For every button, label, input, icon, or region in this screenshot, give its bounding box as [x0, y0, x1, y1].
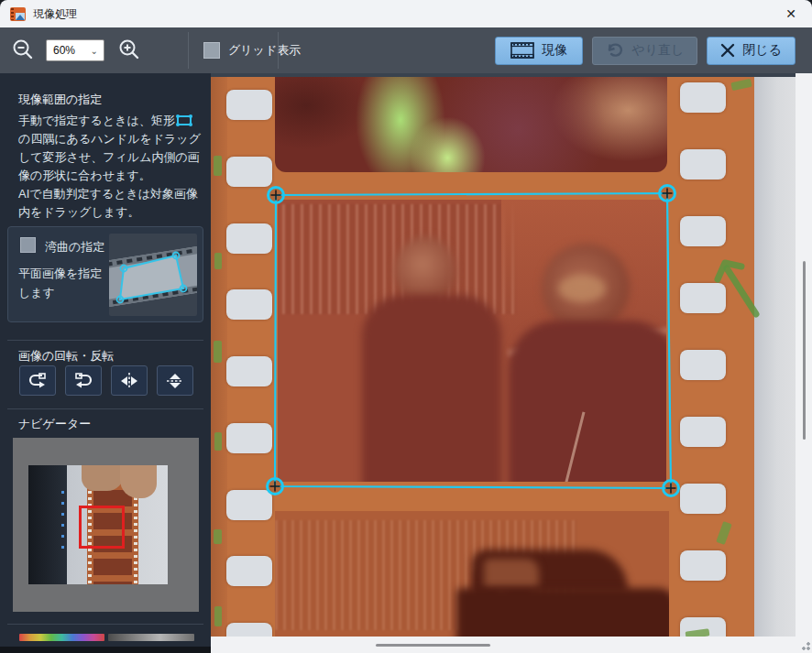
navigator-thumbnail [28, 465, 168, 584]
horizontal-scrollbar[interactable] [211, 637, 812, 653]
resize-grip[interactable] [799, 639, 810, 650]
navigator-finger [120, 465, 157, 498]
zoom-in-icon [117, 38, 141, 62]
close-button[interactable]: 閉じる [707, 37, 796, 65]
sidebar-bottom-edge [0, 647, 211, 653]
rotate-right-button[interactable] [65, 365, 102, 396]
rotate-left-icon [27, 372, 48, 390]
grid-display-label: グリッド表示 [228, 42, 301, 59]
selection-handle-bottom-left[interactable] [268, 479, 283, 495]
selection-rect-icon [177, 115, 192, 125]
sidebar: 現像範囲の指定 手動で指定するときは、矩形の四隅にあるハンドルをドラッグして変形… [0, 73, 211, 653]
redo-button[interactable]: やり直し [592, 37, 697, 65]
develop-dialog-window: 現像処理 ✕ 60% ⌄ グリッド表示 [0, 0, 812, 653]
selection-handle-top-left[interactable] [269, 188, 284, 203]
rotate-left-button[interactable] [19, 365, 56, 396]
range-section-title: 現像範囲の指定 [18, 92, 102, 108]
navigator-view-rect[interactable] [79, 506, 125, 549]
rotate-right-icon [73, 372, 93, 390]
window-title: 現像処理 [33, 6, 77, 22]
selection-handle-bottom-right[interactable] [664, 481, 679, 496]
film-frame-icon [510, 42, 534, 59]
grid-display-checkbox[interactable] [203, 42, 220, 59]
window-close-button[interactable]: ✕ [770, 0, 812, 27]
redo-button-label: やり直し [631, 42, 684, 59]
selection-handle-top-right[interactable] [660, 186, 675, 201]
zoom-out-button[interactable] [9, 37, 37, 64]
flip-horizontal-icon [119, 372, 139, 390]
navigator-panel[interactable] [13, 438, 199, 612]
separator [7, 624, 203, 625]
rotate-section-title: 画像の回転・反転 [18, 348, 114, 365]
zoom-level-value: 60% [53, 44, 75, 57]
gray-gradient-bar[interactable] [108, 634, 194, 641]
undo-arrow-icon [606, 42, 624, 59]
range-instructions: 手動で指定するときは、矩形の四隅にあるハンドルをドラッグして変形させ、フィルム内… [18, 112, 202, 222]
selection-overlay [211, 73, 812, 653]
curve-checkbox[interactable] [20, 237, 36, 253]
zoom-out-icon [11, 38, 35, 62]
zoom-in-button[interactable] [115, 37, 143, 64]
navigator-monitor-leds [61, 491, 64, 555]
curve-label: 湾曲の指定 [45, 239, 104, 256]
separator [7, 408, 203, 409]
separator [7, 340, 203, 341]
titlebar: 現像処理 ✕ [0, 0, 812, 27]
hue-gradient-bar[interactable] [19, 634, 104, 641]
toolbar: 60% ⌄ グリッド表示 [0, 27, 812, 73]
close-x-icon [720, 43, 735, 58]
film-canvas[interactable] [211, 73, 812, 653]
flip-vertical-button[interactable] [157, 365, 193, 396]
chevron-down-icon: ⌄ [91, 46, 98, 56]
curve-description: 平面画像を指定します [18, 264, 110, 302]
toolbar-separator [188, 32, 189, 69]
zoom-level-select[interactable]: 60% ⌄ [46, 39, 104, 61]
app-icon [10, 7, 26, 21]
navigator-section-title: ナビゲーター [18, 416, 91, 432]
vertical-scrollbar-thumb[interactable] [803, 261, 806, 440]
close-button-label: 閉じる [742, 42, 782, 59]
horizontal-scrollbar-thumb[interactable] [376, 644, 490, 647]
curve-panel: 湾曲の指定 平面画像を指定します [7, 226, 203, 322]
vertical-scrollbar[interactable] [796, 73, 812, 637]
curve-illustration [109, 234, 197, 316]
navigator-finger [82, 465, 124, 491]
flip-vertical-icon [165, 372, 185, 390]
flip-horizontal-button[interactable] [111, 365, 148, 396]
develop-button[interactable]: 現像 [495, 37, 583, 65]
toolbar-separator [278, 32, 279, 69]
develop-button-label: 現像 [542, 42, 567, 59]
